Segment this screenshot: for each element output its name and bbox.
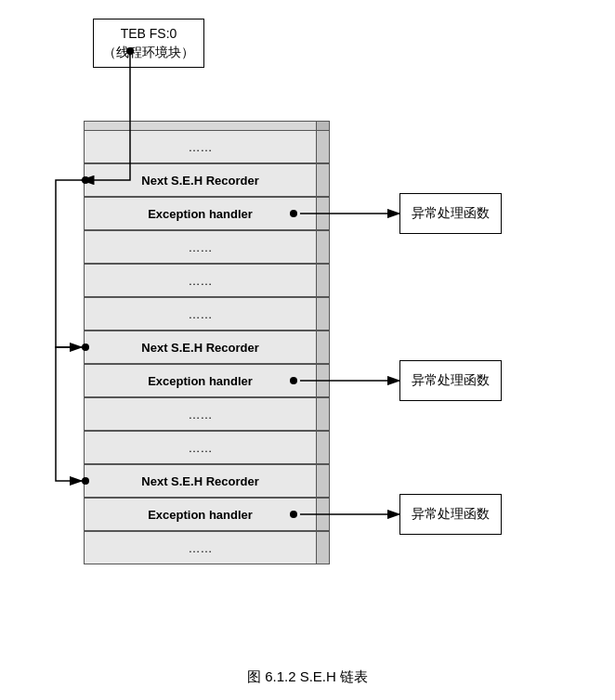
3d-side — [317, 163, 330, 197]
dots-cell: …… — [84, 297, 317, 331]
stack-row: …… — [84, 431, 330, 464]
next-seh-cell: Next S.E.H Recorder — [84, 464, 317, 498]
exc-box-1: 异常处理函数 — [399, 193, 502, 234]
3d-side — [317, 264, 330, 297]
next-seh-cell: Next S.E.H Recorder — [84, 163, 317, 197]
stack-row: Next S.E.H Recorder — [84, 331, 330, 364]
stack-row: Exception handler — [84, 364, 330, 397]
teb-line2: （线程环境块） — [103, 45, 194, 59]
stack-row: Next S.E.H Recorder — [84, 464, 330, 498]
3d-side — [317, 397, 330, 431]
teb-box: TEB FS:0 （线程环境块） — [93, 19, 204, 68]
stack-row: Exception handler — [84, 498, 330, 531]
diagram-container: TEB FS:0 （线程环境块） ……Next S.E.H RecorderEx… — [0, 0, 615, 700]
3d-side — [317, 431, 330, 464]
3d-side — [317, 464, 330, 498]
dots-cell: …… — [84, 431, 317, 464]
3d-side — [317, 297, 330, 331]
3d-side — [317, 230, 330, 264]
stack-row: …… — [84, 531, 330, 564]
stack-row: …… — [84, 130, 330, 163]
exception-handler-cell: Exception handler — [84, 498, 317, 531]
next-seh-cell: Next S.E.H Recorder — [84, 331, 317, 364]
stack-row: …… — [84, 264, 330, 297]
stack-row: …… — [84, 397, 330, 431]
3d-side — [317, 130, 330, 163]
stack-block: ……Next S.E.H RecorderException handler……… — [84, 121, 330, 564]
3d-side — [317, 331, 330, 364]
3d-side — [317, 531, 330, 564]
stack-row: Exception handler — [84, 197, 330, 230]
stack-row: Next S.E.H Recorder — [84, 163, 330, 197]
stack-row: …… — [84, 230, 330, 264]
3d-side — [317, 364, 330, 397]
dot-indicator — [290, 511, 297, 518]
dots-cell: …… — [84, 397, 317, 431]
teb-line1: TEB FS:0 — [121, 26, 177, 41]
3d-side — [317, 197, 330, 230]
exc-box-2: 异常处理函数 — [399, 360, 502, 401]
3d-side — [317, 498, 330, 531]
exception-handler-cell: Exception handler — [84, 197, 317, 230]
caption: 图 6.1.2 S.E.H 链表 — [0, 668, 615, 686]
dots-cell: …… — [84, 230, 317, 264]
exception-handler-cell: Exception handler — [84, 364, 317, 397]
dots-cell: …… — [84, 130, 317, 163]
dot-indicator — [290, 210, 297, 217]
dot-indicator — [290, 377, 297, 384]
exc-box-3: 异常处理函数 — [399, 494, 502, 535]
dots-cell: …… — [84, 264, 317, 297]
dots-cell: …… — [84, 531, 317, 564]
stack-row: …… — [84, 297, 330, 331]
